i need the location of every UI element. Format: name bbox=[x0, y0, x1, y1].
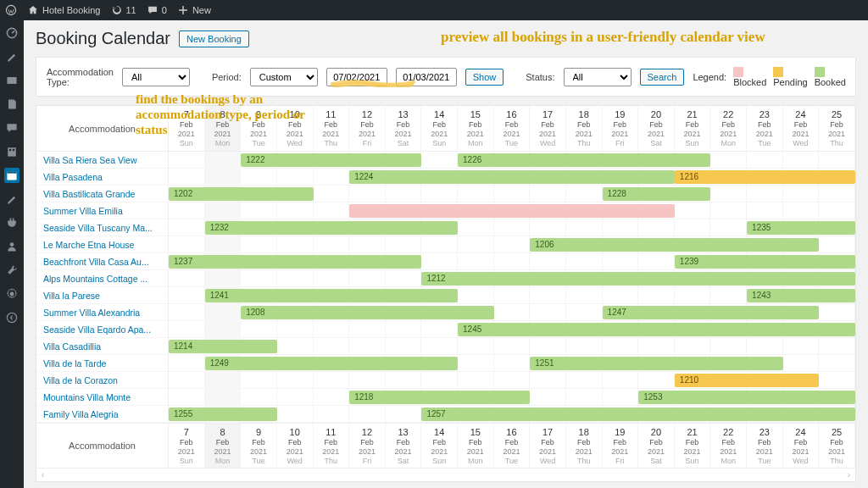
adminbar-new[interactable]: New bbox=[177, 4, 211, 16]
status-select[interactable]: All bbox=[564, 68, 632, 86]
calendar-body: Villa Sa Riera Sea View12221226Villa Pas… bbox=[36, 152, 855, 423]
calendar-row: Le Marche Etna House1206 bbox=[36, 236, 855, 253]
booking-bar[interactable]: 1210 bbox=[675, 374, 820, 387]
header-accommodation-label: Accommodation bbox=[36, 106, 169, 151]
booking-bar[interactable]: 1241 bbox=[205, 289, 458, 302]
calendar-row: Alps Mountains Cottage ...1212 bbox=[36, 270, 855, 287]
day-header: 22Feb2021Mon bbox=[710, 106, 747, 151]
filter-bar: Accommodation Type: All Period: Custom S… bbox=[36, 57, 856, 97]
booking-bar[interactable]: 1222 bbox=[241, 153, 421, 167]
day-header: 11Feb2021Thu bbox=[314, 424, 350, 468]
day-header: 16Feb2021Tue bbox=[494, 424, 531, 468]
accommodation-link[interactable]: Villa de la Corazon bbox=[36, 372, 169, 388]
period-select[interactable]: Custom bbox=[250, 68, 318, 86]
menu-comments-icon[interactable] bbox=[4, 120, 19, 136]
accommodation-link[interactable]: Seaside Villa Eqardo Apa... bbox=[36, 321, 169, 337]
booking-bar[interactable]: 1214 bbox=[169, 340, 277, 353]
booking-bar[interactable]: 1245 bbox=[458, 323, 855, 336]
menu-users-icon[interactable] bbox=[4, 239, 19, 254]
menu-bookings-icon[interactable] bbox=[4, 168, 19, 183]
booking-bar[interactable]: 1239 bbox=[675, 255, 855, 269]
booking-bar[interactable]: 1224 bbox=[349, 170, 675, 184]
booking-bar[interactable]: 1243 bbox=[747, 289, 855, 302]
accommodation-link[interactable]: Summer Villa Emilia bbox=[36, 202, 169, 219]
accommodation-link[interactable]: Villa la Parese bbox=[36, 287, 169, 303]
booking-bar[interactable]: 1216 bbox=[675, 170, 855, 184]
day-header: 23Feb2021Tue bbox=[747, 424, 783, 468]
calendar-row: Seaside Villa Tuscany Ma...12321235 bbox=[36, 219, 855, 236]
booking-bar[interactable]: 1257 bbox=[421, 408, 855, 421]
booking-bar[interactable]: 1212 bbox=[421, 272, 855, 286]
day-header: 9Feb2021Tue bbox=[241, 424, 277, 468]
accommodation-link[interactable]: Villa de la Tarde bbox=[36, 355, 169, 371]
accommodation-link[interactable]: Mountains Villa Monte bbox=[36, 389, 169, 405]
booking-bar[interactable]: 1249 bbox=[205, 357, 458, 370]
adminbar-updates[interactable]: 11 bbox=[111, 4, 136, 16]
menu-settings-icon[interactable] bbox=[4, 286, 19, 302]
calendar-row: Summer Villa Emilia bbox=[36, 202, 855, 219]
day-header: 18Feb2021Thu bbox=[566, 424, 603, 468]
accommodation-link[interactable]: Villa Sa Riera Sea View bbox=[36, 152, 169, 168]
day-header: 10Feb2021Wed bbox=[277, 424, 314, 468]
adminbar-comments[interactable]: 0 bbox=[147, 4, 167, 16]
svg-point-10 bbox=[7, 313, 16, 322]
adminbar-site[interactable]: Hotel Booking bbox=[27, 4, 101, 16]
booking-bar[interactable]: 1206 bbox=[530, 238, 819, 252]
type-select[interactable]: All bbox=[122, 68, 190, 86]
status-label: Status: bbox=[526, 72, 554, 82]
menu-media-icon[interactable] bbox=[4, 73, 19, 88]
calendar-footer: Accommodation 7Feb2021Sun8Feb2021Mon9Feb… bbox=[36, 423, 855, 469]
menu-collapse-icon[interactable] bbox=[4, 310, 19, 325]
page-title: Booking Calendar bbox=[36, 29, 170, 48]
new-booking-button[interactable]: New Booking bbox=[179, 30, 249, 47]
booking-bar[interactable]: 1208 bbox=[241, 306, 493, 319]
scroll-hint[interactable]: ‹› bbox=[36, 469, 855, 481]
day-header: 8Feb2021Mon bbox=[205, 424, 242, 468]
wp-logo-icon[interactable] bbox=[5, 4, 17, 16]
booking-bar[interactable]: 1228 bbox=[603, 187, 711, 201]
menu-posts-icon[interactable] bbox=[4, 49, 19, 64]
booking-bar[interactable]: 1226 bbox=[458, 153, 710, 167]
accommodation-link[interactable]: Beachfront Villa Casa Au... bbox=[36, 253, 169, 269]
accommodation-link[interactable]: Villa Bastilicata Grande bbox=[36, 186, 169, 202]
date-to-input[interactable] bbox=[396, 68, 457, 86]
type-label: Accommodation Type: bbox=[47, 67, 114, 87]
day-header: 10Feb2021Wed bbox=[277, 106, 314, 151]
search-button[interactable]: Search bbox=[640, 69, 685, 86]
menu-appearance-icon[interactable] bbox=[4, 191, 19, 207]
menu-dashboard-icon[interactable] bbox=[4, 25, 19, 41]
menu-tools-icon[interactable] bbox=[4, 263, 19, 278]
menu-pages-icon[interactable] bbox=[4, 97, 19, 112]
day-header: 14Feb2021Sun bbox=[421, 424, 458, 468]
booking-bar[interactable]: 1202 bbox=[169, 187, 314, 201]
booking-bar[interactable] bbox=[349, 204, 675, 218]
date-from-input[interactable] bbox=[326, 68, 387, 86]
show-button[interactable]: Show bbox=[465, 69, 504, 86]
booking-bar[interactable]: 1247 bbox=[603, 306, 820, 319]
calendar-row: Villa Casadillia1214 bbox=[36, 338, 855, 355]
menu-accommodation-icon[interactable] bbox=[4, 144, 19, 159]
day-header: 22Feb2021Mon bbox=[710, 424, 747, 468]
menu-plugins-icon[interactable] bbox=[4, 215, 19, 230]
day-header: 20Feb2021Sat bbox=[638, 106, 675, 151]
accommodation-link[interactable]: Seaside Villa Tuscany Ma... bbox=[36, 219, 169, 236]
booking-bar[interactable]: 1251 bbox=[530, 357, 782, 370]
booking-bar[interactable]: 1218 bbox=[349, 391, 530, 404]
accommodation-link[interactable]: Alps Mountains Cottage ... bbox=[36, 270, 169, 286]
booking-bar[interactable]: 1237 bbox=[169, 255, 421, 269]
day-header: 9Feb2021Tue bbox=[241, 106, 277, 151]
svg-point-8 bbox=[10, 242, 14, 247]
admin-bar: Hotel Booking 11 0 New bbox=[0, 0, 868, 20]
booking-bar[interactable]: 1253 bbox=[638, 391, 855, 404]
booking-bar[interactable]: 1235 bbox=[747, 221, 855, 235]
accommodation-link[interactable]: Le Marche Etna House bbox=[36, 236, 169, 252]
booking-bar[interactable]: 1232 bbox=[205, 221, 458, 235]
calendar-row: Villa Sa Riera Sea View12221226 bbox=[36, 152, 855, 169]
day-header: 25Feb2021Thu bbox=[819, 424, 855, 468]
booking-bar[interactable]: 1255 bbox=[169, 408, 277, 421]
accommodation-link[interactable]: Summer Villa Alexandria bbox=[36, 304, 169, 320]
accommodation-link[interactable]: Villa Casadillia bbox=[36, 338, 169, 354]
day-header: 12Feb2021Fri bbox=[349, 106, 386, 151]
accommodation-link[interactable]: Family Villa Alegria bbox=[36, 406, 169, 422]
accommodation-link[interactable]: Villa Pasadena bbox=[36, 169, 169, 185]
